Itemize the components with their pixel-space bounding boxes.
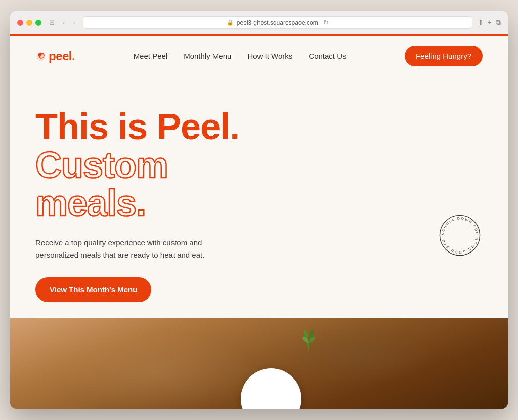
hero-title-outline-line1: Custom [35, 145, 168, 185]
nav-how-it-works[interactable]: How It Works [247, 52, 292, 60]
hero-title-outline-line2: meals. [35, 183, 146, 223]
view-menu-button[interactable]: View This Month's Menu [35, 277, 151, 302]
address-bar[interactable]: 🔒 peel3-ghost.squarespace.com ↻ [83, 16, 472, 29]
logo[interactable]: peel. [35, 49, 75, 63]
maximize-button[interactable] [35, 20, 41, 26]
hero-subtitle: Receive a top quality experience with cu… [35, 237, 207, 261]
hero-title-outline: Custom meals. [35, 146, 263, 223]
herb-garnish [298, 328, 319, 353]
navbar: peel. Meet Peel Monthly Menu How It Work… [10, 34, 508, 77]
logo-text: peel. [49, 49, 75, 63]
food-image-section [10, 318, 508, 409]
nav-links: Meet Peel Monthly Menu How It Works Cont… [134, 52, 347, 60]
scroll-badge: SCROLL DOWN FOR SOME GOOD STUFF [437, 213, 483, 258]
hero-section: This is Peel. Custom meals. Receive a to… [10, 77, 288, 322]
nav-monthly-menu[interactable]: Monthly Menu [184, 52, 231, 60]
svg-point-1 [440, 215, 480, 255]
nav-contact-us[interactable]: Contact Us [309, 52, 346, 60]
forward-button[interactable]: › [70, 18, 77, 27]
browser-chrome: ⊞ ‹ › 🔒 peel3-ghost.squarespace.com ↻ ⬆ … [10, 11, 508, 34]
lock-icon: 🔒 [227, 19, 234, 26]
tabs-icon[interactable]: ⧉ [496, 18, 501, 27]
new-tab-icon[interactable]: + [488, 18, 492, 27]
url-text: peel3-ghost.squarespace.com [237, 19, 318, 26]
minimize-button[interactable] [26, 20, 32, 26]
browser-window: ⊞ ‹ › 🔒 peel3-ghost.squarespace.com ↻ ⬆ … [10, 11, 508, 409]
scroll-badge-text: SCROLL DOWN FOR SOME GOOD STUFF [437, 213, 479, 255]
back-button[interactable]: ‹ [60, 18, 67, 27]
feeling-hungry-button[interactable]: Feeling Hungry? [405, 46, 483, 66]
nav-meet-peel[interactable]: Meet Peel [134, 52, 168, 60]
hero-title-solid: This is Peel. [35, 108, 263, 146]
scroll-badge-svg: SCROLL DOWN FOR SOME GOOD STUFF [437, 213, 483, 258]
website-content: peel. Meet Peel Monthly Menu How It Work… [10, 34, 508, 409]
window-switcher-icon[interactable]: ⊞ [47, 18, 57, 27]
share-icon[interactable]: ⬆ [478, 18, 484, 27]
logo-icon [35, 51, 47, 62]
reload-icon[interactable]: ↻ [323, 19, 329, 26]
traffic-lights [17, 20, 41, 26]
browser-actions: ⬆ + ⧉ [478, 18, 501, 27]
close-button[interactable] [17, 20, 23, 26]
browser-nav-controls: ⊞ ‹ › [47, 18, 78, 27]
